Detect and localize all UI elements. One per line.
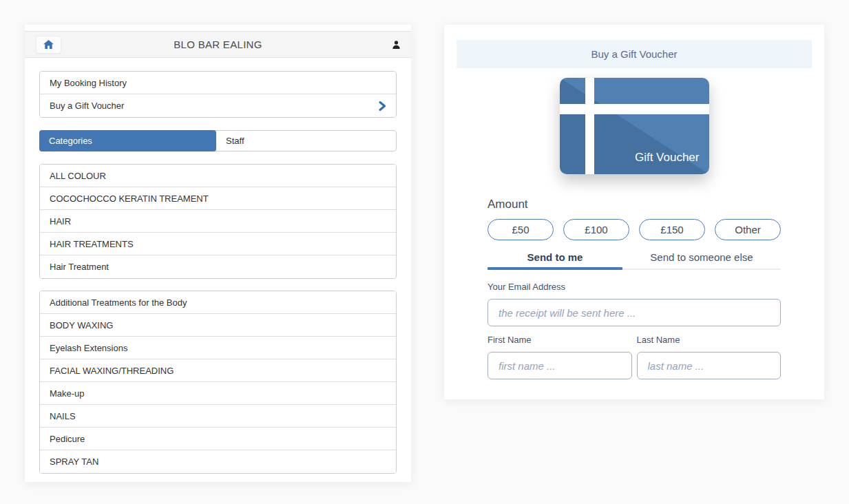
category-label: Pedicure — [50, 434, 85, 444]
voucher-ribbon-horizontal — [560, 104, 709, 114]
salon-title: BLO BAR EALING — [25, 39, 411, 50]
menu-item-booking-history[interactable]: My Booking History — [40, 72, 396, 94]
category-label: Eyelash Extensions — [50, 343, 127, 353]
category-group-2: Additional Treatments for the Body BODY … — [39, 291, 397, 474]
chevron-right-icon — [379, 101, 386, 111]
category-label: Make-up — [50, 388, 85, 399]
category-item[interactable]: Make-up — [40, 382, 396, 405]
gift-voucher-header: Buy a Gift Voucher — [457, 40, 812, 68]
user-icon — [392, 41, 400, 49]
category-item[interactable]: Eyelash Extensions — [40, 337, 396, 359]
tab-label: Send to someone else — [622, 251, 781, 267]
tab-send-to-someone-else[interactable]: Send to someone else — [622, 251, 781, 270]
category-item[interactable]: HAIR TREATMENTS — [40, 233, 396, 255]
category-label: NAILS — [50, 411, 76, 421]
category-item[interactable]: NAILS — [40, 405, 396, 428]
category-item[interactable]: Hair Treatment — [40, 255, 396, 278]
left-panel-header: BLO BAR EALING — [25, 31, 411, 58]
booking-panel: BLO BAR EALING My Booking History Buy a … — [25, 25, 411, 482]
home-icon — [43, 40, 54, 49]
email-field[interactable] — [488, 299, 781, 326]
category-item[interactable]: ALL COLOUR — [40, 165, 396, 187]
first-name-field[interactable] — [488, 352, 632, 379]
category-label: COCOCHOCCO KERATIN TREAMENT — [50, 193, 209, 204]
active-tab-underline — [488, 267, 622, 270]
category-item[interactable]: SPRAY TAN — [40, 450, 396, 473]
send-tabs: Send to me Send to someone else — [488, 251, 781, 270]
email-label: Your Email Address — [488, 282, 781, 292]
gift-voucher-title: Buy a Gift Voucher — [591, 48, 677, 60]
tab-categories[interactable]: Categories — [39, 130, 216, 151]
last-name-field[interactable] — [637, 352, 782, 379]
category-label: Additional Treatments for the Body — [50, 297, 187, 308]
voucher-card-label: Gift Voucher — [635, 151, 700, 165]
account-menu: My Booking History Buy a Gift Voucher — [39, 71, 397, 118]
menu-item-buy-gift-voucher[interactable]: Buy a Gift Voucher — [40, 94, 396, 117]
menu-item-label: Buy a Gift Voucher — [50, 101, 379, 111]
category-label: ALL COLOUR — [50, 171, 106, 181]
account-button[interactable] — [392, 41, 400, 49]
category-label: HAIR TREATMENTS — [50, 239, 134, 249]
amount-other-button[interactable]: Other — [715, 219, 781, 240]
amount-50-button[interactable]: £50 — [488, 219, 554, 240]
first-name-label: First Name — [488, 335, 632, 345]
amount-options: £50 £100 £150 Other — [488, 219, 781, 240]
inactive-tab-underline — [622, 269, 781, 270]
category-item[interactable]: COCOCHOCCO KERATIN TREAMENT — [40, 187, 396, 210]
category-item[interactable]: FACIAL WAXING/THREADING — [40, 359, 396, 382]
category-label: SPRAY TAN — [50, 456, 98, 467]
tab-label: Categories — [49, 136, 92, 146]
last-name-label: Last Name — [637, 335, 782, 345]
voucher-ribbon-vertical — [585, 78, 594, 174]
tab-staff[interactable]: Staff — [216, 131, 396, 151]
tab-send-to-me[interactable]: Send to me — [488, 251, 622, 270]
category-label: BODY WAXING — [50, 320, 113, 330]
category-item[interactable]: HAIR — [40, 210, 396, 233]
browse-tabs: Categories Staff — [39, 130, 397, 151]
home-button[interactable] — [36, 36, 61, 54]
amount-100-button[interactable]: £100 — [563, 219, 629, 240]
gift-voucher-card: Gift Voucher — [560, 78, 709, 174]
gift-voucher-panel: Buy a Gift Voucher Gift Voucher Amount £… — [444, 25, 824, 399]
category-item[interactable]: Pedicure — [40, 428, 396, 450]
category-group-1: ALL COLOUR COCOCHOCCO KERATIN TREAMENT H… — [39, 164, 397, 279]
category-label: HAIR — [50, 216, 71, 227]
tab-label: Send to me — [488, 251, 622, 267]
category-label: FACIAL WAXING/THREADING — [50, 366, 174, 376]
tab-label: Staff — [226, 136, 244, 146]
category-item[interactable]: BODY WAXING — [40, 314, 396, 337]
amount-heading: Amount — [488, 198, 781, 211]
menu-item-label: My Booking History — [50, 78, 127, 88]
category-item[interactable]: Additional Treatments for the Body — [40, 291, 396, 314]
category-label: Hair Treatment — [50, 262, 109, 272]
amount-150-button[interactable]: £150 — [639, 219, 705, 240]
